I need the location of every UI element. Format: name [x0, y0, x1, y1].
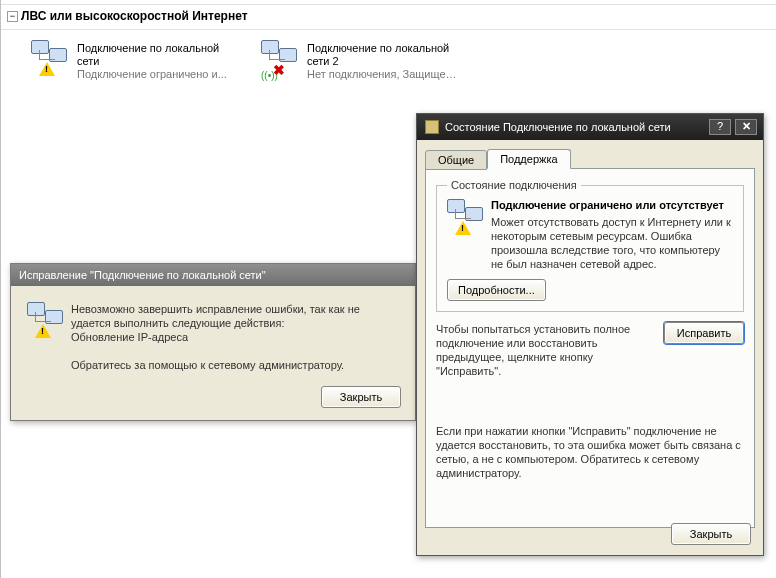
warning-badge-icon [455, 221, 471, 235]
tab-strip: Общие Поддержка [425, 148, 755, 168]
repair-button[interactable]: Исправить [664, 322, 744, 344]
group-header: Подключение ограничено или отсутствует [491, 199, 733, 211]
repair-message-line: Обновление IP-адреса [71, 330, 399, 344]
group-description: Может отсутствовать доступ к Интернету и… [491, 215, 733, 271]
connection-name: Подключение по локальной сети [77, 42, 241, 68]
warning-badge-icon [39, 62, 55, 76]
section-title: ЛВС или высокоскоростной Интернет [21, 9, 248, 23]
tab-panel-support: Состояние подключения Подключение ограни… [425, 168, 755, 528]
close-button[interactable]: Закрыть [671, 523, 751, 545]
network-icon: ((•)) ✖ [261, 40, 301, 80]
error-badge-icon: ✖ [273, 62, 285, 78]
status-dialog: Состояние Подключение по локальной сети … [416, 113, 764, 556]
connection-item[interactable]: ((•)) ✖ Подключение по локальной сети 2 … [261, 40, 471, 81]
window-icon [425, 120, 439, 134]
warning-badge-icon [35, 324, 51, 338]
close-icon[interactable]: ✕ [735, 119, 757, 135]
close-button[interactable]: Закрыть [321, 386, 401, 408]
admin-note: Если при нажатии кнопки "Исправить" подк… [436, 424, 744, 480]
help-button[interactable]: ? [709, 119, 731, 135]
repair-dialog-icon [27, 302, 71, 344]
tab-support[interactable]: Поддержка [487, 149, 570, 169]
connection-status: Нет подключения, Защище… [307, 68, 471, 81]
tab-general[interactable]: Общие [425, 150, 487, 170]
repair-message-line: Невозможно завершить исправление ошибки,… [71, 302, 399, 330]
section-toggle-icon[interactable]: − [7, 11, 18, 22]
connection-status: Подключение ограничено и... [77, 68, 241, 81]
connection-name: Подключение по локальной сети 2 [307, 42, 471, 68]
section-header: − ЛВС или высокоскоростной Интернет [1, 4, 776, 30]
status-dialog-title: Состояние Подключение по локальной сети [445, 121, 671, 133]
group-legend: Состояние подключения [447, 179, 581, 191]
repair-dialog: Исправление "Подключение по локальной се… [10, 263, 416, 421]
repair-message-line: Обратитесь за помощью к сетевому админис… [71, 358, 399, 372]
details-button[interactable]: Подробности... [447, 279, 546, 301]
repair-dialog-title: Исправление "Подключение по локальной се… [11, 264, 415, 286]
fix-text: Чтобы попытаться установить полное подкл… [436, 322, 664, 378]
status-group-icon [447, 199, 483, 239]
connection-state-group: Состояние подключения Подключение ограни… [436, 179, 744, 312]
status-titlebar: Состояние Подключение по локальной сети … [417, 114, 763, 140]
connection-item[interactable]: Подключение по локальной сети Подключени… [31, 40, 241, 81]
connections-row: Подключение по локальной сети Подключени… [1, 38, 776, 81]
network-icon [31, 40, 71, 80]
